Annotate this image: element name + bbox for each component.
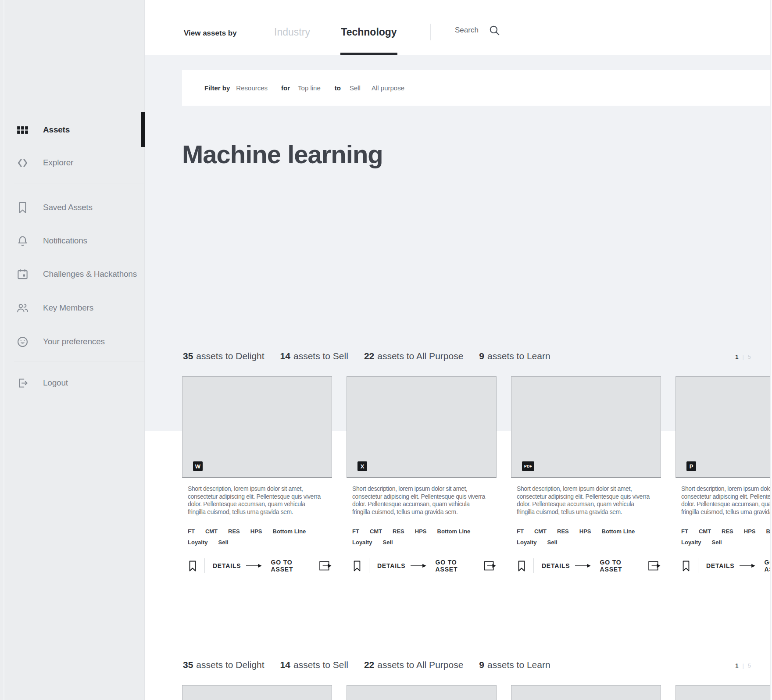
sidebar-item-explorer[interactable]: Explorer <box>0 150 144 175</box>
actions-divider <box>698 558 698 573</box>
sidebar-item-logout[interactable]: Logout <box>0 371 144 395</box>
pagination-separator: | <box>742 354 743 360</box>
bookmark-icon[interactable] <box>681 560 691 572</box>
sidebar-item-your-preferences[interactable]: Your preferences <box>0 329 144 354</box>
description-line: fringilla euismod, tellus urna gravida s… <box>188 508 328 516</box>
stat-label: assets to All Purpose <box>377 351 463 361</box>
bell-icon <box>17 235 29 247</box>
sidebar-item-saved-assets[interactable]: Saved Assets <box>0 195 144 220</box>
filter-value-top-line[interactable]: Top line <box>298 84 321 92</box>
bookmark-icon[interactable] <box>517 560 526 572</box>
scrollbar-track[interactable] <box>770 0 772 700</box>
box-arrow-icon[interactable] <box>319 561 332 571</box>
search-button[interactable]: Search <box>455 25 500 36</box>
description-line: consectetur adipiscing elit. Pellentesqu… <box>352 493 493 501</box>
asset-thumbnail[interactable]: P <box>676 685 772 700</box>
tag-ft: FT <box>188 528 195 535</box>
stat-count: 35 <box>183 660 193 670</box>
tag-loyalty: Loyalty <box>681 539 701 546</box>
tag-ft: FT <box>352 528 359 535</box>
asset-thumbnail[interactable]: X <box>347 685 497 700</box>
sidebar-item-label: Explorer <box>43 158 73 168</box>
filter-value-all-purpose[interactable]: All purpose <box>372 84 404 92</box>
tag-cmt: CMT <box>370 528 382 535</box>
pagination-current-page[interactable]: 1 <box>735 662 738 669</box>
tag-bottom-line: Bottom Line <box>602 528 635 535</box>
tag-ft: FT <box>681 528 688 535</box>
description-line: consectetur adipiscing elit. Pellentesqu… <box>681 493 772 501</box>
asset-thumbnail[interactable]: PDF <box>511 376 661 478</box>
stat-label: assets to Delight <box>196 660 264 670</box>
actions-divider <box>533 558 534 573</box>
smiley-icon <box>17 336 29 348</box>
pagination-total-pages[interactable]: 5 <box>748 662 751 669</box>
stat-count: 35 <box>183 351 193 361</box>
tag-res: RES <box>557 528 569 535</box>
asset-tags: FTCMTRESHPSBottom LineLoyaltySell <box>188 528 319 546</box>
filter-value-sell[interactable]: Sell <box>350 84 361 92</box>
go-to-asset-button[interactable]: GO TO ASSET <box>271 559 315 573</box>
pagination-current-page[interactable]: 1 <box>735 354 738 360</box>
stat-count: 22 <box>364 351 374 361</box>
description-line: dolor. Pellentesque accumsan, quam vehic… <box>352 500 493 508</box>
asset-thumbnail[interactable]: P <box>676 376 772 478</box>
asset-actions: DETAILS GO TO ASSET <box>681 557 772 575</box>
description-line: Short description, lorem ipsum dolor sit… <box>188 485 328 493</box>
long-arrow-right-icon <box>246 563 262 568</box>
asset-card: P Short description, lorem ipsum dolor s… <box>676 685 772 700</box>
grid-icon <box>17 124 29 136</box>
description-line: Short description, lorem ipsum dolor sit… <box>352 485 493 493</box>
sidebar-item-label: Logout <box>43 378 68 388</box>
section-stat: 14assets to Sell <box>280 660 348 670</box>
box-arrow-icon[interactable] <box>648 561 661 571</box>
stat-label: assets to Sell <box>293 351 348 361</box>
go-to-asset-button[interactable]: GO TO ASSET <box>436 559 479 573</box>
sidebar-item-challenges-hackathons[interactable]: Challenges & Hackathons <box>0 262 144 286</box>
asset-thumbnail[interactable]: W <box>182 376 332 478</box>
tag-cmt: CMT <box>205 528 218 535</box>
filter-value-resources[interactable]: Resources <box>236 84 268 92</box>
sidebar-item-assets[interactable]: Assets <box>0 118 144 142</box>
sidebar-item-key-members[interactable]: Key Members <box>0 296 144 320</box>
tag-hps: HPS <box>250 528 262 535</box>
description-line: consectetur adipiscing elit. Pellentesqu… <box>517 493 657 501</box>
tag-hps: HPS <box>744 528 756 535</box>
details-button[interactable]: DETAILS <box>213 562 241 569</box>
box-arrow-icon[interactable] <box>484 561 497 571</box>
section-stat: 35assets to Delight <box>183 351 264 361</box>
tab-industry[interactable]: Industry <box>270 26 314 38</box>
tag-ft: FT <box>517 528 524 535</box>
asset-card: X Short description, lorem ipsum dolor s… <box>347 376 497 575</box>
tag-hps: HPS <box>579 528 591 535</box>
sidebar-item-notifications[interactable]: Notifications <box>0 229 144 253</box>
asset-description: Short description, lorem ipsum dolor sit… <box>352 485 493 516</box>
asset-thumbnail[interactable]: W <box>182 685 332 700</box>
search-icon[interactable] <box>489 25 500 36</box>
details-button[interactable]: DETAILS <box>377 562 405 569</box>
sidebar-item-label: Assets <box>43 125 70 135</box>
tab-technology[interactable]: Technology <box>340 26 397 38</box>
asset-card: PDF Short description, lorem ipsum dolor… <box>511 376 661 575</box>
long-arrow-right-icon <box>411 563 426 568</box>
bookmark-icon[interactable] <box>352 560 362 572</box>
tag-res: RES <box>228 528 240 535</box>
stat-count: 9 <box>479 351 484 361</box>
details-button[interactable]: DETAILS <box>706 562 734 569</box>
pagination-total-pages[interactable]: 5 <box>748 354 751 360</box>
pagination-separator: | <box>742 662 743 669</box>
section-stat: 35assets to Delight <box>183 660 264 670</box>
details-button[interactable]: DETAILS <box>542 562 570 569</box>
stat-count: 14 <box>280 660 290 670</box>
asset-thumbnail[interactable]: X <box>347 376 497 478</box>
stat-label: assets to Learn <box>487 351 550 361</box>
go-to-asset-button[interactable]: GO TO ASSET <box>600 559 643 573</box>
description-line: fringilla euismod, tellus urna gravida s… <box>517 508 657 516</box>
section-stats: 35assets to Delight14assets to Sell22ass… <box>183 660 550 670</box>
stat-count: 22 <box>364 660 374 670</box>
description-line: dolor. Pellentesque accumsan, quam vehic… <box>681 500 772 508</box>
bookmark-icon[interactable] <box>188 560 197 572</box>
stat-count: 9 <box>479 660 484 670</box>
view-assets-by-label: View assets by <box>184 29 237 38</box>
asset-tags: FTCMTRESHPSBottom LineLoyaltySell <box>681 528 772 546</box>
asset-thumbnail[interactable]: PDF <box>511 685 661 700</box>
